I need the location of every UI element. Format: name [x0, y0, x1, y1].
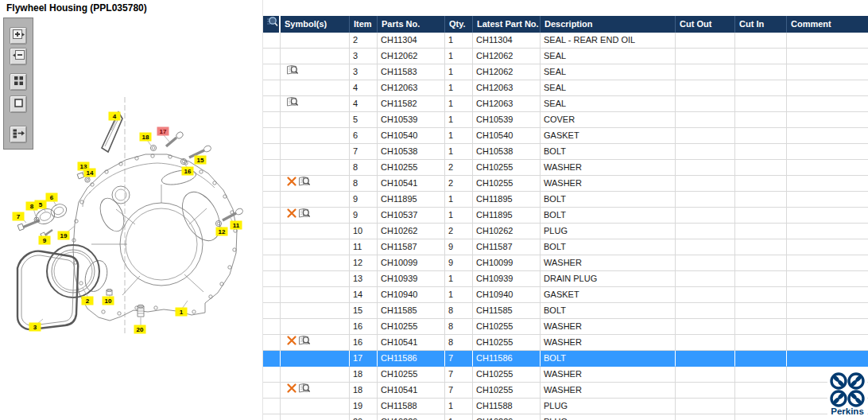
diagram-callout-10[interactable]: 10 [103, 297, 114, 305]
diagram-callout-6[interactable]: 6 [46, 193, 58, 202]
diagram-callout-15[interactable]: 15 [195, 156, 207, 165]
table-row[interactable]: 19CH115881CH11588PLUG [263, 399, 868, 414]
diagram-callout-2[interactable]: 2 [82, 297, 94, 305]
diagram-callout-16[interactable]: 16 [182, 167, 194, 176]
table-row[interactable]: 16CH105418CH10255WASHER [263, 335, 868, 351]
diagram-callout-20[interactable]: 20 [134, 325, 146, 334]
cell-cutout [676, 255, 735, 271]
cell-desc: BOLT [541, 208, 676, 224]
cell-symbols[interactable] [281, 96, 350, 112]
table-row[interactable]: 5CH105391CH10539COVER [263, 112, 868, 128]
cell-part: CH11586 [378, 351, 445, 367]
cell-symbols [281, 144, 350, 160]
cell-comment [787, 96, 868, 112]
cell-symbols [281, 351, 350, 367]
cell-symbols[interactable] [281, 176, 350, 192]
diagram-callout-1[interactable]: 1 [176, 308, 188, 317]
diagram-callout-8[interactable]: 8 [26, 202, 38, 211]
cell-cutout [676, 399, 735, 414]
diagram-callout-11[interactable]: 11 [231, 221, 242, 230]
cell-latest: CH11587 [473, 239, 541, 255]
zoom-in-button[interactable] [10, 27, 27, 45]
table-row[interactable]: 10CH102622CH10262PLUG [263, 224, 868, 239]
table-row[interactable]: 9CH118951CH11895BOLT [263, 192, 868, 208]
diagram-callout-19[interactable]: 19 [58, 231, 70, 240]
cell-cutout [676, 49, 735, 64]
diagram-callout-7[interactable]: 7 [13, 212, 25, 221]
cell-qty: 7 [445, 351, 473, 367]
cell-symbols[interactable] [281, 335, 350, 351]
diagram-callout-4[interactable]: 4 [109, 112, 121, 121]
cell-selector [263, 96, 281, 112]
header-latest-part-no[interactable]: Latest Part No. [473, 16, 541, 33]
diagram-callout-12[interactable]: 12 [216, 228, 228, 236]
cell-latest: CH11588 [473, 399, 541, 414]
perkins-logo: Perkins [827, 370, 867, 419]
single-view-button[interactable] [10, 95, 27, 113]
not-fitted-icon [286, 335, 297, 351]
table-row[interactable]: 8CH105412CH10255WASHER [263, 176, 868, 192]
cell-comment [787, 319, 868, 335]
diagram-panel: Flywheel Housing (PPL035780) [0, 0, 262, 420]
diagram-callout-3[interactable]: 3 [29, 323, 41, 332]
table-row[interactable]: 13CH109391CH10939DRAIN PLUG [263, 271, 868, 287]
cell-symbols[interactable] [281, 383, 350, 399]
cell-cutin [735, 160, 787, 176]
cell-item: 10 [350, 224, 378, 239]
header-parts-no[interactable]: Parts No. [378, 16, 445, 33]
diagram-callout-18[interactable]: 18 [140, 133, 152, 142]
table-row-selected[interactable]: 17CH115867CH11586BOLT [263, 351, 868, 367]
table-row[interactable]: 11CH115879CH11587BOLT [263, 239, 868, 255]
table-row[interactable]: 8CH102552CH10255WASHER [263, 160, 868, 176]
cell-symbols[interactable] [281, 64, 350, 80]
cell-qty: 1 [445, 96, 473, 112]
header-symbols[interactable]: Symbol(s) [281, 16, 350, 33]
diagram-callout-14[interactable]: 14 [84, 169, 96, 177]
diagram-callout-9[interactable]: 9 [39, 236, 51, 245]
cell-cutout [676, 112, 735, 128]
cell-comment [787, 144, 868, 160]
cell-comment [787, 271, 868, 287]
cell-selector [263, 351, 281, 367]
cell-selector [263, 112, 281, 128]
diagram-callout-17[interactable]: 17 [157, 127, 169, 136]
not-fitted-icon [286, 208, 297, 224]
cell-desc: BOLT [541, 144, 676, 160]
table-row[interactable]: 9CH105371CH11895BOLT [263, 208, 868, 224]
table-row[interactable]: 15CH115858CH11585BOLT [263, 303, 868, 319]
header-item[interactable]: Item [350, 16, 378, 33]
table-row[interactable]: 4CH120631CH12063SEAL [263, 80, 868, 96]
cell-symbols[interactable] [281, 208, 350, 224]
table-row[interactable]: 12CH100999CH10099WASHER [263, 255, 868, 271]
table-row[interactable]: 6CH105401CH10540GASKET [263, 128, 868, 144]
header-comment[interactable]: Comment [787, 16, 868, 33]
tile-view-button[interactable] [10, 73, 27, 91]
export-list-button[interactable] [10, 126, 27, 143]
table-row[interactable]: 7CH105381CH10538BOLT [263, 144, 868, 160]
header-selector-column[interactable] [263, 16, 281, 33]
table-row[interactable]: 2CH113041CH11304SEAL - REAR END OIL [263, 33, 868, 49]
cell-selector [263, 335, 281, 351]
header-cut-out[interactable]: Cut Out [676, 16, 735, 33]
cell-desc: SEAL [541, 64, 676, 80]
cell-desc: SEAL - REAR END OIL [541, 33, 676, 49]
table-row[interactable]: 16CH102558CH10255WASHER [263, 319, 868, 335]
cell-cutout [676, 319, 735, 335]
table-row[interactable]: 3CH120621CH12062SEAL [263, 49, 868, 64]
header-cut-in[interactable]: Cut In [735, 16, 787, 33]
table-row[interactable]: 4CH115821CH12063SEAL [263, 96, 868, 112]
cell-cutout [676, 144, 735, 160]
table-row[interactable]: 18CH102557CH10255WASHER [263, 367, 868, 383]
cell-desc: SEAL [541, 49, 676, 64]
cell-part: CH11895 [378, 192, 445, 208]
table-row[interactable]: 14CH109401CH10940GASKET [263, 287, 868, 303]
zoom-out-button[interactable] [10, 48, 27, 65]
header-qty[interactable]: Qty. [445, 16, 473, 33]
table-row[interactable]: 18CH105417CH10255WASHER [263, 383, 868, 399]
cell-item: 20 [350, 414, 378, 420]
tile-view-icon [13, 75, 25, 90]
table-row[interactable]: 3CH115831CH12062SEAL [263, 64, 868, 80]
header-description[interactable]: Description [541, 16, 676, 33]
cell-item: 9 [350, 208, 378, 224]
table-row[interactable]: 20CH102291CH10229PLUG [263, 414, 868, 420]
